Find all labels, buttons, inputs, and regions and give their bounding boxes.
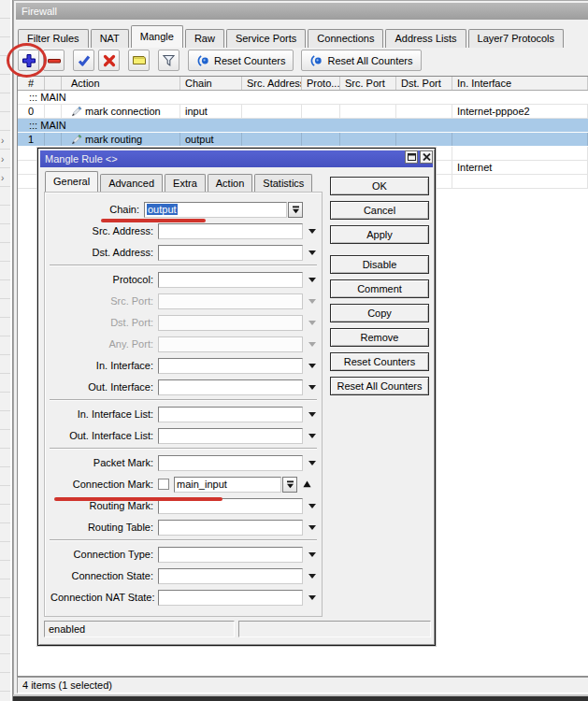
dialog-tab-statistics[interactable]: Statistics [254, 174, 312, 192]
chevron-down-icon[interactable] [308, 250, 316, 255]
close-button[interactable] [420, 150, 433, 164]
field-input-in-interface[interactable] [158, 358, 303, 374]
field-input-src-port[interactable] [158, 293, 303, 309]
chevron-down-icon[interactable] [308, 299, 316, 304]
column-header-src-port[interactable]: Src. Port [340, 77, 396, 90]
field-input-connection-type[interactable] [158, 547, 303, 563]
reset-all-counters-button[interactable]: Reset All Counters [301, 50, 421, 71]
disable-button[interactable] [98, 50, 120, 71]
comment-button[interactable] [128, 50, 150, 71]
close-icon [423, 153, 431, 161]
disable-button[interactable]: Disable [330, 255, 429, 274]
firewall-titlebar[interactable]: Firewall [16, 3, 588, 20]
dialog-tab-extra[interactable]: Extra [165, 174, 206, 192]
up-arrow-icon[interactable] [303, 480, 311, 488]
chevron-down-icon[interactable] [308, 461, 316, 465]
chevron-down-icon[interactable] [308, 385, 316, 390]
out-interface-list-arrow-zone [303, 434, 322, 438]
mangle-rule-row[interactable]: 1mark routingoutput [18, 133, 588, 147]
tab-nat[interactable]: NAT [91, 29, 129, 48]
column-header-action[interactable]: Action [62, 77, 180, 90]
field-input-out-interface-list[interactable] [158, 428, 303, 444]
chevron-down-icon[interactable] [308, 434, 316, 438]
field-input-connection-state[interactable] [158, 568, 303, 584]
chevron-down-icon[interactable] [308, 595, 316, 600]
chevron-down-icon[interactable] [308, 552, 316, 557]
copy-button[interactable]: Copy [330, 304, 429, 322]
field-input-connection-mark[interactable]: main_input [174, 477, 281, 493]
remove-button[interactable]: Remove [330, 328, 429, 347]
chevron-down-icon[interactable] [308, 412, 316, 417]
column-header-blank[interactable]: # [18, 77, 45, 90]
field-input-out-interface[interactable] [158, 379, 303, 395]
tab-mangle[interactable]: Mangle [131, 25, 183, 48]
field-input-routing-mark[interactable] [158, 498, 303, 514]
field-control-src-address [158, 223, 322, 239]
column-header-src-address[interactable]: Src. Address [242, 77, 302, 90]
cell-srcport [340, 133, 396, 146]
cancel-button[interactable]: Cancel [330, 201, 429, 220]
dialog-tab-advanced[interactable]: Advanced [100, 174, 163, 192]
cell-inint: Internet [452, 161, 588, 174]
tab-connections[interactable]: Connections [308, 29, 383, 48]
dialog-titlebar[interactable]: Mangle Rule <> [40, 150, 433, 167]
maximize-button[interactable] [405, 150, 418, 164]
field-input-connection-nat-state[interactable] [158, 590, 303, 606]
comment-row[interactable]: ::: MAIN [18, 119, 588, 133]
enable-button[interactable] [73, 50, 94, 71]
tab-raw[interactable]: Raw [185, 29, 224, 48]
chevron-down-icon[interactable] [308, 278, 316, 282]
field-input-protocol[interactable] [158, 272, 303, 288]
cell-action: mark routing [62, 133, 180, 146]
field-input-in-interface-list[interactable] [158, 407, 303, 422]
add-button[interactable] [18, 50, 39, 71]
dialog-tab-general[interactable]: General [45, 171, 98, 192]
field-separator [50, 539, 317, 541]
field-input-dst-address[interactable] [158, 245, 303, 261]
tab-service-ports[interactable]: Service Ports [226, 29, 306, 48]
reset-all-counters-button[interactable]: Reset All Counters [330, 377, 429, 395]
tab-address-lists[interactable]: Address Lists [385, 29, 466, 48]
chevron-down-icon[interactable] [308, 229, 316, 234]
connection-mark-not-checkbox[interactable] [158, 479, 169, 490]
reset-counters-button[interactable]: Reset Counters [330, 352, 429, 371]
apply-button[interactable]: Apply [330, 225, 429, 244]
field-input-dst-port[interactable] [158, 315, 303, 331]
chevron-down-icon[interactable] [308, 342, 316, 347]
firewall-tab-bar: Filter RulesNATMangleRawService PortsCon… [18, 25, 566, 48]
ok-button[interactable]: OK [330, 177, 429, 195]
mangle-rule-row[interactable]: 0mark connectioninputInternet-pppoe2 [18, 105, 588, 119]
field-input-packet-mark[interactable] [158, 455, 303, 471]
tab-filter-rules[interactable]: Filter Rules [18, 29, 89, 48]
chevron-down-icon[interactable] [308, 364, 316, 368]
connection-mark-dropdown-button[interactable] [282, 477, 297, 493]
chain-dropdown-button[interactable] [288, 202, 303, 218]
chevron-down-icon[interactable] [308, 574, 316, 579]
column-header-blank[interactable] [45, 77, 62, 90]
field-row-routing-table: Routing Table: [45, 518, 322, 536]
background-window-bottom [13, 694, 588, 701]
cell-flags [45, 105, 62, 118]
field-input-chain[interactable]: output [144, 202, 287, 218]
chevron-down-icon[interactable] [308, 504, 316, 508]
plus-icon [21, 52, 37, 69]
reset-counters-button[interactable]: Reset Counters [188, 50, 294, 71]
column-header-dst-port[interactable]: Dst. Port [396, 77, 452, 90]
column-header-proto[interactable]: Proto... [302, 77, 340, 90]
comment-button[interactable]: Comment [330, 279, 429, 298]
field-input-routing-table[interactable] [158, 520, 303, 536]
field-label-dst-port: Dst. Port: [50, 317, 153, 328]
chevron-down-icon[interactable] [308, 321, 316, 325]
column-header-in-interface[interactable]: In. Interface [452, 77, 588, 90]
field-input-any-port[interactable] [158, 336, 303, 352]
field-control-out-interface-list [158, 428, 322, 444]
filter-button[interactable] [158, 50, 179, 71]
comment-row[interactable]: ::: MAIN [18, 91, 588, 105]
chevron-down-icon[interactable] [308, 525, 316, 530]
column-header-chain[interactable]: Chain [180, 77, 242, 90]
cell-srcaddr [242, 133, 302, 146]
remove-button[interactable] [43, 50, 65, 71]
tab-layer7-protocols[interactable]: Layer7 Protocols [468, 29, 565, 48]
field-input-src-address[interactable] [158, 223, 303, 239]
dialog-tab-action[interactable]: Action [208, 174, 253, 192]
